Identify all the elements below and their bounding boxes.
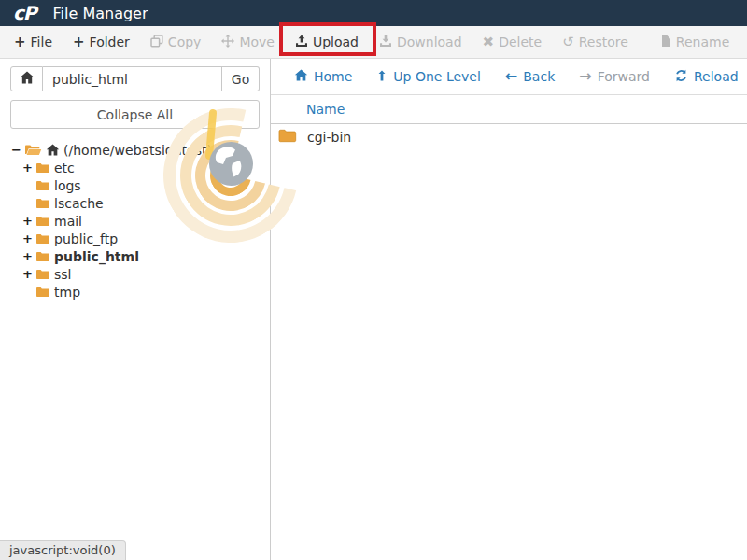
- status-bar: javascript:void(0): [0, 540, 126, 560]
- tree-row-label: tmp: [54, 285, 80, 300]
- toolbar-item-label: Delete: [499, 35, 542, 49]
- folder-icon: [35, 180, 50, 191]
- tree-row-label: logs: [54, 178, 81, 193]
- tree-row-label: lscache: [54, 196, 104, 211]
- path-input[interactable]: [43, 66, 222, 91]
- tree-row-label: etc: [54, 161, 75, 175]
- arrow-left-icon: ←: [505, 69, 517, 84]
- collapse-all-label: Collapse All: [97, 107, 173, 122]
- nav-home-link[interactable]: Home: [282, 69, 364, 84]
- toolbar-edit-button: ✎ Edit: [740, 26, 747, 58]
- toolbar-file-button[interactable]: + File: [4, 26, 63, 58]
- home-icon: [20, 70, 35, 88]
- toolbar: + File + Folder Copy Move Upload Downloa…: [0, 26, 747, 59]
- collapse-sign[interactable]: −: [11, 143, 24, 157]
- toolbar-rename-button: Rename: [650, 26, 740, 58]
- toolbar-copy-button: Copy: [140, 26, 212, 58]
- folder-icon: [35, 251, 50, 262]
- arrow-up-icon: [376, 69, 388, 85]
- page-title: File Manager: [53, 5, 148, 22]
- go-button-label: Go: [232, 72, 249, 87]
- move-icon: [221, 35, 234, 50]
- tree-row-lscache[interactable]: lscache: [0, 194, 270, 212]
- nav-item-label: Up One Level: [393, 69, 481, 84]
- folder-open-icon: [24, 144, 42, 156]
- tree-row-tmp[interactable]: tmp: [0, 283, 270, 301]
- go-button[interactable]: Go: [222, 66, 260, 91]
- plus-icon: +: [73, 35, 85, 49]
- folder-icon: [35, 233, 50, 245]
- folder-icon: [35, 162, 50, 174]
- nav-reload-link[interactable]: Reload: [662, 69, 747, 85]
- toolbar-upload-button[interactable]: Upload: [285, 26, 369, 58]
- toolbar-folder-button[interactable]: + Folder: [63, 26, 140, 58]
- tree-row-public-html[interactable]: + public_html: [0, 247, 270, 265]
- left-panel: Go Collapse All − (/home/webatsigntest) …: [0, 59, 271, 560]
- collapse-all-button[interactable]: Collapse All: [10, 100, 260, 129]
- status-text: javascript:void(0): [9, 543, 116, 557]
- restore-icon: ↺: [562, 35, 574, 49]
- main-area: Go Collapse All − (/home/webatsigntest) …: [0, 59, 747, 560]
- expand-sign[interactable]: +: [22, 231, 35, 245]
- home-directory-button[interactable]: [10, 66, 43, 91]
- tree-row-mail[interactable]: + mail: [0, 212, 270, 230]
- toolbar-item-label: File: [31, 35, 52, 49]
- folder-icon: [35, 216, 50, 227]
- reload-icon: [674, 69, 688, 85]
- toolbar-item-label: Copy: [168, 35, 202, 49]
- toolbar-item-label: Download: [397, 35, 462, 49]
- tree-row-label: ssl: [54, 267, 71, 282]
- path-bar: Go: [10, 66, 260, 91]
- file-row-cgi-bin[interactable]: cgi-bin: [271, 124, 747, 150]
- toolbar-item-label: Upload: [313, 35, 359, 49]
- folder-icon: [278, 129, 297, 146]
- upload-icon: [295, 35, 308, 50]
- tree-row-label: mail: [54, 214, 82, 229]
- tree-row-label: (/home/webatsigntest): [63, 143, 212, 158]
- copy-icon: [150, 35, 163, 50]
- tree-row-public-ftp[interactable]: + public_ftp: [0, 230, 270, 247]
- navigation-bar: Home Up One Level ← Back → Forward Reloa…: [271, 59, 747, 94]
- tree-row-etc[interactable]: + etc: [0, 159, 270, 176]
- cpanel-logo: cP: [13, 2, 36, 24]
- file-manager-window: cP File Manager + File + Folder Copy Mov…: [0, 0, 747, 560]
- tree-row-ssl[interactable]: + ssl: [0, 265, 270, 283]
- directory-tree: − (/home/webatsigntest) + etc logs: [0, 141, 270, 301]
- toolbar-delete-button: ✖ Delete: [472, 26, 553, 58]
- nav-up-one-level-link[interactable]: Up One Level: [364, 69, 493, 85]
- file-name: cgi-bin: [307, 130, 351, 145]
- plus-icon: +: [14, 35, 26, 49]
- folder-icon: [35, 287, 50, 298]
- tree-row-label: public_ftp: [54, 231, 118, 246]
- toolbar-move-button: Move: [211, 26, 285, 58]
- expand-sign[interactable]: +: [22, 267, 35, 281]
- expand-sign[interactable]: +: [22, 214, 35, 228]
- nav-item-label: Back: [523, 69, 555, 84]
- download-icon: [379, 35, 392, 50]
- toolbar-item-label: Restore: [579, 35, 628, 49]
- nav-item-label: Reload: [694, 69, 739, 84]
- home-icon: [294, 69, 308, 84]
- nav-item-label: Home: [314, 69, 352, 84]
- toolbar-download-button: Download: [369, 26, 472, 58]
- toolbar-restore-button: ↺ Restore: [552, 26, 639, 58]
- name-column-label: Name: [306, 102, 345, 117]
- toolbar-item-label: Move: [239, 35, 275, 49]
- expand-sign[interactable]: +: [22, 249, 35, 263]
- tree-row-logs[interactable]: logs: [0, 176, 270, 194]
- arrow-right-icon: →: [579, 69, 591, 84]
- tree-row-label: public_html: [54, 249, 139, 264]
- toolbar-item-label: Folder: [90, 35, 130, 49]
- nav-item-label: Forward: [598, 69, 650, 84]
- delete-icon: ✖: [483, 35, 495, 49]
- expand-sign[interactable]: +: [22, 161, 35, 175]
- nav-forward-link: → Forward: [567, 69, 662, 84]
- rename-icon: [660, 35, 671, 50]
- app-header: cP File Manager: [0, 0, 747, 26]
- toolbar-item-label: Rename: [676, 35, 729, 49]
- tree-row-root[interactable]: − (/home/webatsigntest): [0, 141, 270, 159]
- folder-icon: [35, 198, 50, 209]
- nav-back-link[interactable]: ← Back: [493, 69, 567, 84]
- name-column-header[interactable]: Name: [271, 94, 747, 124]
- file-list-panel: Home Up One Level ← Back → Forward Reloa…: [271, 59, 747, 560]
